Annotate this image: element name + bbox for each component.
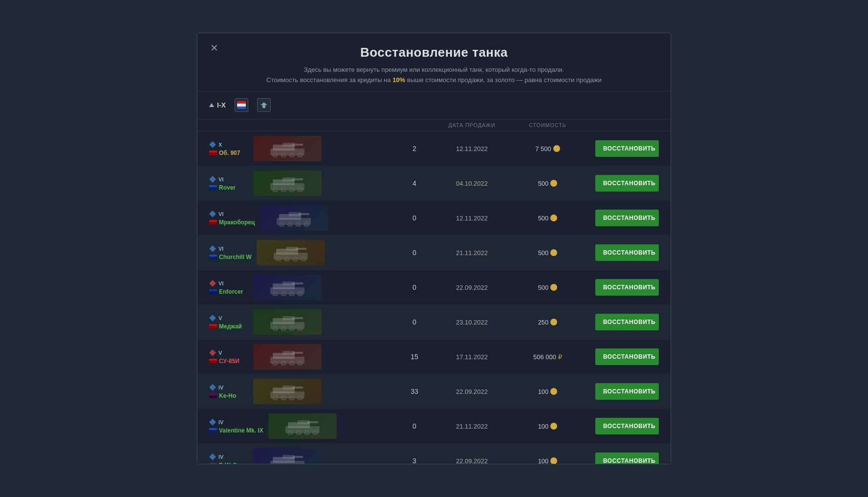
date-cell: 17.11.2022 (434, 353, 510, 361)
cost-cell: 100 (510, 457, 586, 464)
close-button[interactable]: ✕ (207, 41, 221, 55)
tier-label: IV (218, 454, 223, 460)
col-cost-header: СТОИМОСТЬ (510, 122, 586, 128)
tank-name: Valentine Mk. IX (219, 427, 263, 434)
cost-cell: 500 (510, 215, 586, 222)
restore-button[interactable]: ВОССТАНОВИТЬ (595, 383, 659, 400)
svg-point-75 (304, 431, 309, 435)
tier-diamond-icon (209, 315, 216, 322)
svg-point-51 (289, 326, 294, 331)
tier-diamond-icon (209, 211, 216, 217)
tier-diamond-icon (209, 419, 216, 426)
tier-diamond-icon (209, 349, 216, 356)
nation-flag (209, 393, 217, 398)
credits-icon: ₽ (558, 353, 562, 361)
tier-label: X (218, 142, 222, 148)
restore-button[interactable]: ВОССТАНОВИТЬ (595, 175, 659, 192)
table-row: VI Churchill W 0 21.11.2022 500 (197, 236, 671, 270)
svg-point-49 (273, 326, 278, 331)
tank-card: VI Churchill W (209, 238, 395, 268)
table-row: V Меджай 0 23.10.2022 250 (197, 305, 671, 340)
quantity-cell: 33 (395, 388, 434, 395)
date-cell: 21.11.2022 (434, 423, 510, 430)
svg-point-9 (273, 153, 278, 157)
nation-flag (209, 359, 217, 364)
gold-coin-icon (550, 249, 557, 256)
svg-point-3 (238, 104, 241, 107)
tank-name: Ke-Ho (219, 392, 236, 399)
tier-label: V (218, 315, 222, 321)
table-row: VI Enforcer 0 22.09.2022 500 (197, 270, 671, 305)
svg-point-12 (298, 153, 303, 157)
restore-button[interactable]: ВОССТАНОВИТЬ (595, 314, 659, 330)
svg-point-68 (298, 396, 303, 400)
cost-cell: 500 (510, 180, 586, 187)
svg-point-59 (289, 361, 294, 366)
svg-point-35 (293, 257, 298, 261)
svg-point-33 (276, 257, 281, 261)
gold-coin-icon (550, 180, 557, 187)
tank-card: X Об. 907 (209, 133, 395, 164)
subtitle-after: выше стоимости продажи, за золото — равн… (405, 76, 602, 84)
restore-button[interactable]: ВОССТАНОВИТЬ (595, 453, 659, 464)
tank-card: IV Ke-Ho (209, 376, 395, 407)
tank-thumbnail (253, 309, 322, 335)
action-cell: ВОССТАНОВИТЬ (586, 453, 659, 464)
filter-nations-button[interactable] (235, 98, 248, 112)
cost-cell: 500 (510, 284, 586, 291)
svg-point-60 (298, 361, 303, 366)
gold-coin-icon (550, 388, 557, 395)
tank-thumbnail (253, 344, 322, 369)
table-row: IV Valentine Mk. IX 0 21.11.2022 (197, 409, 671, 444)
table-row: IV Ke-Ho 33 22.09.2022 100 (197, 374, 671, 409)
tier-diamond-icon (209, 245, 216, 252)
svg-point-42 (281, 292, 286, 296)
svg-point-28 (304, 222, 309, 227)
col-date-header: ДАТА ПРОДАЖИ (434, 122, 510, 128)
tier-diamond-icon (209, 280, 216, 287)
svg-rect-16 (292, 178, 303, 180)
nation-flag (209, 428, 217, 433)
svg-point-50 (281, 326, 286, 331)
tank-name: Rover (219, 184, 236, 191)
date-cell: 04.10.2022 (434, 180, 510, 187)
action-cell: ВОССТАНОВИТЬ (586, 140, 659, 157)
svg-point-20 (298, 188, 303, 192)
restore-button[interactable]: ВОССТАНОВИТЬ (595, 244, 659, 261)
gold-coin-icon (550, 284, 557, 291)
filter-type-button[interactable] (257, 98, 271, 112)
tank-name: Об. 907 (219, 150, 240, 156)
quantity-cell: 0 (395, 422, 434, 430)
svg-point-27 (296, 222, 301, 227)
nation-flag (209, 324, 217, 329)
tank-card: IV Valentine Mk. IX (209, 411, 395, 441)
svg-rect-48 (292, 317, 303, 319)
svg-point-58 (281, 361, 286, 366)
gold-coin-icon (553, 145, 560, 152)
svg-point-25 (279, 222, 284, 227)
table-row: V СУ-85И 15 17.11.2022 506 000 (197, 340, 671, 374)
restore-button[interactable]: ВОССТАНОВИТЬ (595, 210, 659, 226)
svg-point-10 (281, 153, 286, 157)
nation-flag (209, 463, 217, 464)
restore-button[interactable]: ВОССТАНОВИТЬ (595, 418, 659, 434)
svg-point-76 (313, 431, 318, 435)
restore-button[interactable]: ВОССТАНОВИТЬ (595, 140, 659, 157)
action-cell: ВОССТАНОВИТЬ (586, 244, 659, 261)
restore-button[interactable]: ВОССТАНОВИТЬ (595, 348, 659, 365)
tier-label: V (218, 350, 222, 356)
svg-rect-56 (292, 352, 303, 354)
svg-point-52 (298, 326, 303, 331)
svg-point-19 (289, 188, 294, 192)
column-headers: ДАТА ПРОДАЖИ СТОИМОСТЬ (197, 119, 671, 131)
date-cell: 21.11.2022 (434, 249, 510, 257)
action-cell: ВОССТАНОВИТЬ (586, 314, 659, 330)
modal-header: ✕ Восстановление танка Здесь вы можете в… (197, 33, 671, 92)
tank-thumbnail (253, 275, 322, 300)
sort-arrow-icon (209, 103, 214, 107)
tank-name: СУ-85И (219, 358, 239, 365)
svg-rect-72 (307, 421, 318, 423)
nation-flag (209, 255, 217, 259)
svg-point-67 (289, 396, 294, 400)
restore-button[interactable]: ВОССТАНОВИТЬ (595, 279, 659, 296)
